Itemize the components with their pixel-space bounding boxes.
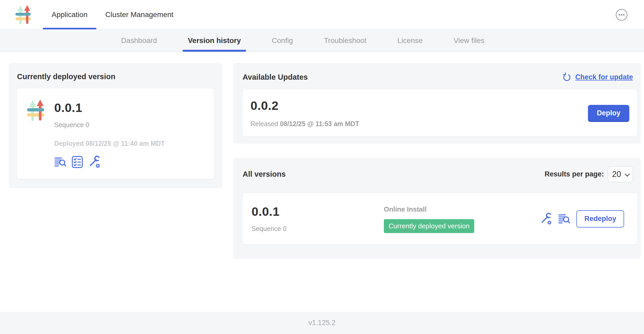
install-type-label: Online Install <box>384 205 540 213</box>
available-updates-panel: Available Updates Check for update 0.0.2… <box>233 63 641 144</box>
current-version-actions <box>54 155 165 169</box>
released-label: Released <box>250 120 280 127</box>
current-version-info: 0.0.1 Sequence 0 Deployed 08/12/25 @ 11:… <box>54 96 165 169</box>
subtab-license[interactable]: License <box>394 29 427 52</box>
ellipsis-menu-icon <box>615 9 628 21</box>
version-row-actions: Redeploy <box>540 210 628 228</box>
version-history-page: Currently deployed version 0.0 <box>0 52 644 312</box>
redeploy-button[interactable]: Redeploy <box>576 210 624 228</box>
update-version-number: 0.0.2 <box>250 98 359 113</box>
currently-deployed-title: Currently deployed version <box>17 72 214 81</box>
row-version-number: 0.0.1 <box>252 204 384 219</box>
version-row-info: 0.0.1 Sequence 0 <box>252 204 384 233</box>
released-date: 08/12/25 @ 11:53 am MDT <box>280 120 359 127</box>
current-version-deployed-timestamp: Deployed 08/12/25 @ 11:40 am MDT <box>54 140 165 147</box>
primary-nav: Application Cluster Management <box>43 0 182 29</box>
available-update-card: 0.0.2 Released 08/12/25 @ 11:53 am MDT D… <box>243 90 637 136</box>
app-logo-arrows-icon <box>26 98 46 123</box>
all-versions-panel: All versions Results per page: 20 0.0.1 … <box>233 158 641 259</box>
subtab-view-files[interactable]: View files <box>450 29 488 52</box>
update-info: 0.0.2 Released 08/12/25 @ 11:53 am MDT <box>250 98 359 128</box>
app-header: Application Cluster Management <box>0 0 644 29</box>
version-row: 0.0.1 Sequence 0 Online Install Currentl… <box>243 193 637 244</box>
subtab-dashboard[interactable]: Dashboard <box>117 29 161 52</box>
preflight-checks-icon[interactable] <box>72 156 83 168</box>
all-versions-title: All versions <box>243 170 286 179</box>
console-version: v1.125.2 <box>308 319 336 327</box>
view-logs-icon[interactable] <box>54 156 67 168</box>
row-version-sequence: Sequence 0 <box>252 225 384 233</box>
app-subnav: Dashboard Version history Config Trouble… <box>0 29 644 52</box>
version-row-status: Online Install Currently deployed versio… <box>384 204 540 233</box>
results-per-page-select-wrap: 20 <box>608 166 633 182</box>
refresh-icon <box>562 72 572 82</box>
subtab-troubleshoot[interactable]: Troubleshoot <box>320 29 370 52</box>
app-logo-arrows-icon <box>14 3 33 26</box>
tab-application[interactable]: Application <box>43 0 96 29</box>
currently-deployed-badge: Currently deployed version <box>384 219 474 233</box>
results-per-page-select[interactable]: 20 <box>608 166 633 182</box>
update-released-timestamp: Released 08/12/25 @ 11:53 am MDT <box>250 120 359 128</box>
results-per-page-label: Results per page: <box>544 170 604 178</box>
current-version-number: 0.0.1 <box>54 100 165 115</box>
more-options-button[interactable] <box>615 9 628 21</box>
check-for-update[interactable]: Check for update <box>562 72 633 82</box>
app-footer: v1.125.2 <box>0 312 644 334</box>
currently-deployed-card: 0.0.1 Sequence 0 Deployed 08/12/25 @ 11:… <box>17 88 214 179</box>
edit-config-icon[interactable] <box>540 212 552 225</box>
tab-cluster-management[interactable]: Cluster Management <box>96 0 182 29</box>
check-for-update-link[interactable]: Check for update <box>575 73 633 81</box>
deploy-button[interactable]: Deploy <box>588 105 629 121</box>
subtab-config[interactable]: Config <box>268 29 297 52</box>
currently-deployed-panel: Currently deployed version 0.0 <box>9 63 222 188</box>
current-version-sequence: Sequence 0 <box>54 121 165 129</box>
edit-config-icon[interactable] <box>88 155 101 169</box>
view-logs-icon[interactable] <box>558 213 571 225</box>
available-updates-title: Available Updates <box>243 73 308 82</box>
subtab-version-history[interactable]: Version history <box>184 29 244 52</box>
